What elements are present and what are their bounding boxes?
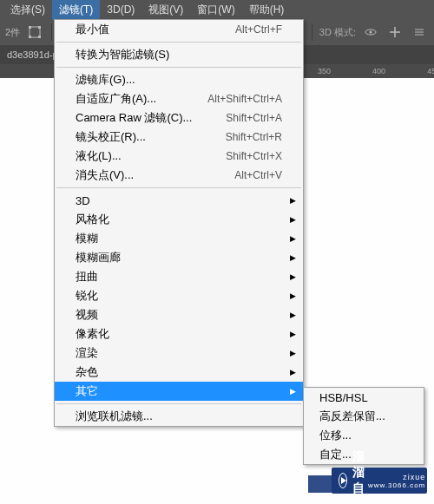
menu-item-label: 转换为智能滤镜(S) [76, 47, 169, 62]
submenu-arrow-icon: ▶ [290, 234, 296, 243]
3d-mode-label: 3D 模式: [319, 26, 356, 39]
menu-liquify[interactable]: 液化(L)... Shift+Ctrl+X [55, 147, 303, 166]
submenu-arrow-icon: ▶ [290, 291, 296, 300]
menu-distort-submenu[interactable]: 扭曲 ▶ [55, 267, 303, 286]
menu-camera-raw[interactable]: Camera Raw 滤镜(C)... Shift+Ctrl+A [55, 108, 303, 128]
menu-item-label: 杂色 [76, 364, 98, 380]
menu-item-label: 视频 [76, 307, 98, 323]
menu-item-label: 像素化 [76, 326, 109, 342]
menu-adaptive-wide-angle[interactable]: 自适应广角(A)... Alt+Shift+Ctrl+A [55, 89, 303, 108]
menu-item-shortcut: Alt+Ctrl+F [235, 23, 282, 36]
watermark-badge: 溜溜自学 zixue www.3066.com [332, 468, 427, 494]
menu-item-label: 浏览联机滤镜... [76, 409, 153, 424]
menu-item-label: 风格化 [76, 212, 109, 227]
menu-item-label: 位移... [319, 428, 352, 443]
submenu-arrow-icon: ▶ [290, 330, 296, 338]
filter-menu: 最小值 Alt+Ctrl+F 转换为智能滤镜(S) 滤镜库(G)... 自适应广… [54, 19, 304, 427]
pan-icon[interactable] [385, 23, 404, 42]
submenu-arrow-icon: ▶ [290, 349, 296, 357]
menu-video-submenu[interactable]: 视频 ▶ [55, 305, 303, 324]
menu-item-label: 高反差保留... [319, 409, 385, 424]
menu-last-filter[interactable]: 最小值 Alt+Ctrl+F [55, 20, 303, 39]
menu-item-label: 其它 [76, 383, 98, 399]
watermark-sub: zixue [368, 473, 425, 481]
menu-item-label: HSB/HSL [319, 391, 368, 404]
submenu-hsb-hsl[interactable]: HSB/HSL [304, 388, 424, 407]
menu-convert-smart-filter[interactable]: 转换为智能滤镜(S) [55, 45, 303, 64]
menubar: 选择(S) 滤镜(T) 3D(D) 视图(V) 窗口(W) 帮助(H) [0, 0, 434, 19]
menu-item-label: 消失点(V)... [76, 167, 134, 183]
svg-rect-4 [38, 36, 41, 38]
menu-separator [56, 187, 301, 188]
submenu-arrow-icon: ▶ [290, 196, 296, 205]
submenu-arrow-icon: ▶ [290, 387, 296, 396]
separator [312, 23, 312, 41]
menu-item-label: 自定... [319, 447, 352, 462]
svg-point-8 [370, 31, 372, 34]
menu-item-shortcut: Alt+Shift+Ctrl+A [207, 93, 282, 105]
menu-window[interactable]: 窗口(W) [190, 0, 241, 20]
submenu-offset[interactable]: 位移... [304, 426, 424, 445]
submenu-arrow-icon: ▶ [290, 368, 296, 376]
ruler-tick: 350 [318, 67, 331, 75]
menu-render-submenu[interactable]: 渲染 ▶ [55, 344, 303, 363]
menu-select[interactable]: 选择(S) [3, 0, 52, 20]
menu-separator [56, 42, 301, 43]
menu-separator [56, 403, 301, 404]
separator [51, 23, 52, 41]
menu-item-label: Camera Raw 滤镜(C)... [76, 110, 192, 126]
watermark-brand: 溜溜自学 [352, 449, 365, 504]
menu-help[interactable]: 帮助(H) [242, 0, 292, 20]
menu-view[interactable]: 视图(V) [141, 0, 190, 20]
menu-item-label: 模糊 [76, 231, 98, 246]
menu-sharpen-submenu[interactable]: 锐化 ▶ [55, 286, 303, 305]
submenu-arrow-icon: ▶ [290, 272, 296, 281]
menu-separator [56, 67, 301, 68]
ruler-tick: 400 [372, 67, 385, 75]
menu-stylize-submenu[interactable]: 风格化 ▶ [55, 210, 303, 229]
submenu-arrow-icon: ▶ [290, 311, 296, 319]
menu-item-label: 最小值 [76, 22, 109, 37]
submenu-high-pass[interactable]: 高反差保留... [304, 407, 424, 426]
menu-item-shortcut: Shift+Ctrl+X [226, 150, 282, 162]
menu-item-shortcut: Alt+Ctrl+V [234, 169, 282, 181]
menu-filter-gallery[interactable]: 滤镜库(G)... [55, 70, 303, 89]
menu-3d[interactable]: 3D(D) [100, 1, 141, 18]
menu-pixelate-submenu[interactable]: 像素化 ▶ [55, 324, 303, 344]
orbit-icon[interactable] [361, 23, 380, 42]
play-icon [339, 473, 347, 488]
svg-rect-3 [29, 36, 31, 38]
menu-item-shortcut: Shift+Ctrl+R [226, 131, 282, 143]
submenu-arrow-icon: ▶ [290, 253, 296, 262]
menu-blur-submenu[interactable]: 模糊 ▶ [55, 229, 303, 248]
menu-item-label: 滤镜库(G)... [76, 72, 135, 88]
menu-item-label: 液化(L)... [76, 148, 122, 164]
menu-item-label: 模糊画廊 [76, 250, 121, 265]
menu-item-label: 渲染 [76, 345, 98, 361]
3d-mode-dropdown[interactable]: 3D 模式: [319, 26, 356, 39]
ruler-tick: 450 [427, 67, 434, 75]
menu-item-label: 扭曲 [76, 269, 98, 285]
menu-other-submenu[interactable]: 其它 ▶ [55, 382, 303, 401]
menu-item-label: 镜头校正(R)... [76, 129, 146, 145]
svg-rect-2 [38, 26, 41, 29]
menu-item-label: 锐化 [76, 288, 98, 304]
transform-controls-icon[interactable] [25, 23, 44, 42]
menu-lens-correction[interactable]: 镜头校正(R)... Shift+Ctrl+R [55, 128, 303, 147]
svg-rect-1 [29, 26, 31, 29]
watermark-domain: www.3066.com [368, 481, 425, 489]
selection-count: 2件 [5, 26, 20, 39]
menu-filter[interactable]: 滤镜(T) [52, 0, 100, 20]
menu-item-label: 3D [76, 194, 90, 207]
menu-vanishing-point[interactable]: 消失点(V)... Alt+Ctrl+V [55, 166, 303, 185]
more-icon[interactable] [410, 23, 429, 42]
menu-item-shortcut: Shift+Ctrl+A [226, 112, 282, 124]
menu-blur-gallery-submenu[interactable]: 模糊画廊 ▶ [55, 248, 303, 267]
menu-item-label: 自适应广角(A)... [76, 91, 156, 107]
submenu-arrow-icon: ▶ [290, 215, 296, 224]
menu-noise-submenu[interactable]: 杂色 ▶ [55, 363, 303, 382]
menu-browse-online-filters[interactable]: 浏览联机滤镜... [55, 407, 303, 426]
menu-3d-submenu[interactable]: 3D ▶ [55, 191, 303, 210]
